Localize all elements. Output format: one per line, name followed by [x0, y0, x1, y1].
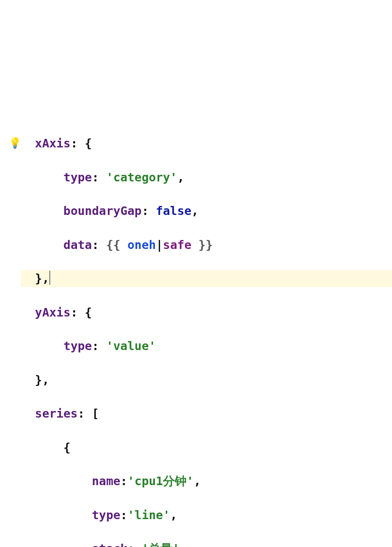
code-line: },: [21, 372, 392, 389]
text-cursor: [50, 271, 50, 285]
code-line: boundaryGap: false,: [21, 203, 392, 220]
code-line-highlighted: },: [21, 270, 392, 287]
code-area[interactable]: xAxis: { type: 'category', boundaryGap: …: [21, 118, 392, 547]
lightbulb-icon[interactable]: 💡: [9, 138, 21, 148]
code-line: type:'line',: [21, 507, 392, 524]
code-line: stack: '总量',: [21, 540, 392, 547]
code-editor[interactable]: 💡 xAxis: { type: 'category', boundaryGap…: [0, 68, 392, 547]
gutter: 💡: [0, 68, 21, 547]
code-line: yAxis: {: [21, 304, 392, 321]
code-line: data: {{ oneh|safe }}: [21, 237, 392, 254]
code-line: name:'cpu1分钟',: [21, 473, 392, 490]
code-line: {: [21, 439, 392, 456]
code-line: type: 'category',: [21, 169, 392, 186]
code-line: xAxis: {: [21, 135, 392, 152]
code-line: type: 'value': [21, 338, 392, 355]
code-line: series: [: [21, 405, 392, 422]
